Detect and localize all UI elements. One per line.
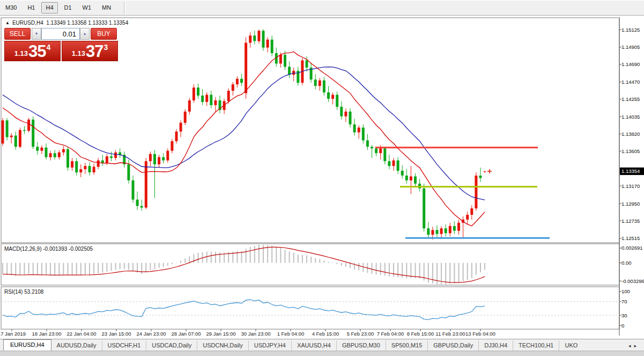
time-axis-label: 7 Feb 04:00 bbox=[377, 331, 404, 337]
rsi-pane bbox=[1, 287, 619, 329]
status-bar bbox=[0, 351, 644, 356]
chart-symbol-label: EURUSD,H4 bbox=[12, 20, 43, 26]
sell-price-main: 35 bbox=[28, 43, 46, 59]
chart-tab-sp500-m15[interactable]: SP500,M15 bbox=[386, 340, 427, 351]
sell-price-button[interactable]: 1.13 35 4 bbox=[4, 41, 61, 61]
buy-price-pip: 3 bbox=[104, 43, 108, 52]
chart-tab-usdchf-h1[interactable]: USDCHF,H1 bbox=[102, 340, 146, 351]
price-axis-label: 1.14470 bbox=[621, 79, 640, 85]
time-axis-label: 23 Jan 15:00 bbox=[102, 331, 131, 337]
time-axis-label: 4 Feb 15:00 bbox=[312, 331, 339, 337]
chart-ohlc-values: 1.13349 1.13358 1.13333 1.13354 bbox=[46, 20, 128, 26]
chart-window: 1.151251.149051.146901.144701.142551.140… bbox=[0, 16, 644, 339]
macd-indicator-label: MACD(12,26,9) -0.001393 -0.002505 bbox=[4, 246, 93, 252]
time-axis-label: 30 Jan 23:00 bbox=[241, 331, 271, 337]
timeframe-button-h1[interactable]: H1 bbox=[23, 2, 39, 13]
sell-price-pip: 4 bbox=[47, 43, 51, 52]
chart-tab-dj30-h4[interactable]: DJ30,H4 bbox=[478, 340, 513, 351]
price-axis-label: 1.14905 bbox=[621, 44, 640, 50]
sell-button[interactable]: SELL bbox=[4, 28, 31, 40]
time-axis-label: 28 Jan 07:00 bbox=[172, 331, 201, 337]
chart-tab-usdcad-daily[interactable]: USDCAD,Daily bbox=[146, 340, 197, 351]
price-axis-label: 1.14690 bbox=[621, 61, 640, 67]
rsi-axis-label: 0 bbox=[621, 323, 624, 329]
chart-tab-bar: EURUSD,H4AUDUSD,DailyUSDCHF,H1USDCAD,Dai… bbox=[0, 339, 644, 351]
volume-decrease-button[interactable]: ▾ bbox=[32, 28, 41, 40]
time-axis-label: 29 Jan 15:00 bbox=[206, 331, 236, 337]
chart-tab-tech100-h1[interactable]: TECH100,H1 bbox=[513, 340, 559, 351]
tabs-scroll-right-icon[interactable]: ▸ bbox=[634, 343, 640, 348]
price-axis-label: 1.12950 bbox=[621, 201, 640, 207]
toolbar-separator bbox=[124, 2, 126, 14]
price-axis-label: 1.13605 bbox=[621, 148, 640, 154]
chart-canvas[interactable]: 1.151251.149051.146901.144701.142551.140… bbox=[0, 16, 644, 339]
chart-tab-xauusd-h4[interactable]: XAUUSD,H4 bbox=[291, 340, 336, 351]
macd-axis-label: -0.003296 bbox=[621, 278, 644, 284]
rsi-axis-label: 70 bbox=[621, 299, 627, 304]
chart-tab-usdcnh-daily[interactable]: USDCNH,Daily bbox=[197, 340, 248, 351]
timeframe-button-w1[interactable]: W1 bbox=[78, 2, 96, 13]
one-click-trading-panel: SELL ▾ 0.01 ▴ BUY 1.13 35 4 1.13 37 3 bbox=[4, 28, 120, 61]
chart-tab-gbpusd-daily[interactable]: GBPUSD,Daily bbox=[427, 340, 478, 351]
volume-input[interactable]: 0.01 bbox=[41, 28, 80, 40]
price-axis-label: 1.14035 bbox=[621, 114, 640, 120]
price-axis-label: 1.13170 bbox=[621, 183, 640, 189]
time-axis-label: 17 Jan 2019 bbox=[0, 331, 26, 337]
timeframe-button-h4[interactable]: H4 bbox=[41, 2, 57, 13]
time-axis-label: 5 Feb 23:00 bbox=[347, 331, 374, 337]
price-axis-label: 1.12515 bbox=[621, 235, 640, 241]
timeframe-button-m30[interactable]: M30 bbox=[1, 2, 21, 13]
time-axis-label: 1 Feb 04:00 bbox=[277, 331, 305, 337]
time-axis-label: 13 Feb 04:00 bbox=[465, 331, 495, 337]
time-axis-label: 18 Jan 23:00 bbox=[32, 331, 62, 337]
chart-tab-usdjpy-h4[interactable]: USDJPY,H4 bbox=[248, 340, 291, 351]
rsi-axis-label: 100 bbox=[621, 288, 630, 294]
collapse-panel-icon[interactable]: ▲ bbox=[5, 20, 10, 25]
chart-tab-audusd-daily[interactable]: AUDUSD,Daily bbox=[51, 340, 102, 351]
chart-tab-uko[interactable]: UKO bbox=[559, 340, 583, 351]
time-axis-label: 8 Feb 15:00 bbox=[407, 331, 434, 337]
price-axis-label: 1.15125 bbox=[621, 27, 640, 33]
time-axis-label: 11 Feb 23:00 bbox=[435, 331, 465, 337]
buy-price-prefix: 1.13 bbox=[72, 49, 85, 57]
chart-tab-eurusd-h4[interactable]: EURUSD,H4 bbox=[3, 339, 51, 351]
time-axis-label: 24 Jan 23:00 bbox=[137, 331, 166, 337]
tabs-scroll-left-icon[interactable]: ◂ bbox=[628, 343, 634, 348]
timeframe-button-d1[interactable]: D1 bbox=[60, 2, 76, 13]
sell-price-prefix: 1.13 bbox=[14, 49, 28, 57]
rsi-indicator-label: RSI(14) 53.2108 bbox=[4, 289, 43, 295]
volume-increase-button[interactable]: ▴ bbox=[80, 28, 90, 40]
buy-button[interactable]: BUY bbox=[91, 28, 117, 40]
chart-title: ▲EURUSD,H4 1.13349 1.13358 1.13333 1.133… bbox=[5, 20, 128, 26]
macd-axis-label: 0.002691 bbox=[621, 245, 643, 251]
price-axis-label: 1.14255 bbox=[621, 96, 640, 102]
price-axis-label: 1.13820 bbox=[621, 131, 640, 137]
chart-tab-gbpusd-m30[interactable]: GBPUSD,M30 bbox=[336, 340, 386, 351]
current-price-tag-value: 1.13354 bbox=[621, 168, 640, 174]
rsi-axis-label: 30 bbox=[621, 313, 627, 318]
price-axis-label: 1.12735 bbox=[621, 218, 640, 224]
buy-price-button[interactable]: 1.13 37 3 bbox=[62, 41, 118, 61]
buy-price-main: 37 bbox=[86, 43, 103, 59]
macd-axis-label: 0.00 bbox=[621, 260, 632, 266]
time-axis-label: 22 Jan 04:00 bbox=[67, 331, 97, 337]
timeframe-toolbar: M30H1H4D1W1MN bbox=[0, 0, 644, 16]
timeframe-button-mn[interactable]: MN bbox=[98, 2, 115, 13]
